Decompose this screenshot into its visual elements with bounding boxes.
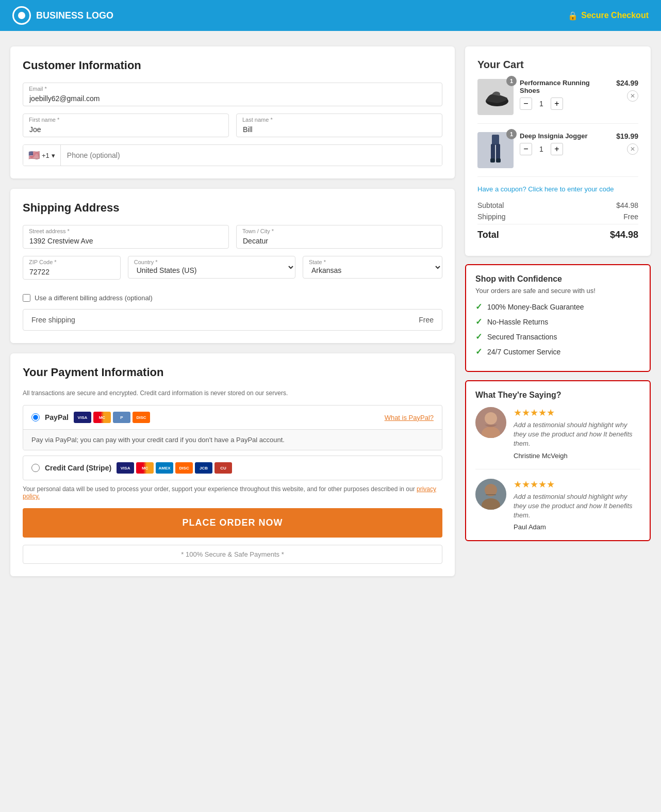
paypal-radio[interactable] (31, 413, 40, 421)
phone-prefix-text: +1 (42, 152, 49, 159)
cart-card: Your Cart 1 (465, 46, 651, 256)
check-icon-2: ✓ (475, 317, 482, 327)
svg-rect-3 (496, 144, 500, 159)
state-label: State * (309, 259, 326, 265)
cart-item-image-wrapper: 1 (477, 79, 514, 115)
qty-decrease-jogger[interactable]: − (520, 143, 532, 155)
cart-badge-1: 1 (506, 76, 517, 86)
discover-icon: DISC (133, 412, 150, 423)
street-label: Street address * (29, 228, 70, 234)
total-label: Total (477, 230, 499, 240)
privacy-text: Your personal data will be used to proce… (23, 485, 442, 500)
place-order-button[interactable]: PLACE ORDER NOW (23, 508, 442, 538)
testimonials-box: What They're Saying? ★★★★★ Add a testimo… (465, 380, 651, 541)
customer-info-title: Customer Information (23, 59, 442, 72)
total-value: $44.98 (610, 230, 638, 240)
paypal-header: PayPal VISA MC P DISC What is PayPal? (23, 405, 442, 429)
confidence-text-1: 100% Money-Back Guarantee (487, 303, 584, 311)
payment-title: Your Payment Information (23, 366, 442, 379)
qty-controls-jogger: − 1 + (520, 143, 610, 155)
visa-icon: VISA (74, 412, 91, 423)
paypal-brand-icon: P (113, 412, 130, 423)
confidence-title: Shop with Confidence (475, 274, 640, 284)
testimonial-1: ★★★★★ Add a testimonial should highlight… (475, 407, 640, 469)
svg-rect-4 (490, 158, 495, 163)
phone-prefix[interactable]: 🇺🇸 +1 ▾ (23, 145, 61, 166)
check-icon-1: ✓ (475, 302, 482, 312)
stars-2: ★★★★★ (514, 479, 640, 490)
country-field[interactable]: Country * United States (US) (128, 256, 295, 280)
qty-decrease-shoes[interactable]: − (520, 98, 532, 110)
cart-item-name-shoes: Performance Running Shoes (520, 79, 610, 94)
svg-rect-12 (486, 494, 496, 495)
shipping-method-label: Free shipping (31, 316, 75, 324)
cart-item-details-shoes: Performance Running Shoes − 1 + (520, 79, 610, 110)
left-column: Customer Information Email * First name … (10, 46, 455, 576)
billing-checkbox[interactable] (23, 294, 30, 302)
cc-cu-icon: CU (214, 462, 232, 474)
shipping-option: Free shipping Free (23, 309, 442, 331)
testimonial-content-1: ★★★★★ Add a testimonial should highlight… (514, 407, 640, 460)
credit-card-option[interactable]: Credit Card (Stripe) VISA MC AMEX DISC J… (23, 456, 442, 480)
testimonial-text-1: Add a testimonial should highlight why t… (514, 420, 640, 449)
check-icon-4: ✓ (475, 347, 482, 356)
phone-input[interactable] (61, 145, 442, 166)
shipping-address-card: Shipping Address Street address * Town /… (10, 189, 455, 343)
first-name-field[interactable]: First name * (23, 113, 229, 137)
testimonial-name-1: Christine McVeigh (514, 452, 640, 460)
remove-item-shoes-button[interactable]: ✕ (627, 90, 638, 102)
paypal-option[interactable]: PayPal VISA MC P DISC What is PayPal? Pa… (23, 405, 442, 450)
testimonial-avatar-2 (475, 479, 506, 510)
billing-checkbox-row[interactable]: Use a different billing address (optiona… (23, 294, 442, 302)
street-field[interactable]: Street address * (23, 225, 229, 249)
cart-item-right-jogger: $19.99 ✕ (616, 132, 638, 155)
shipping-value: Free (623, 213, 638, 221)
testimonial-2: ★★★★★ Add a testimonial should highlight… (475, 479, 640, 531)
testimonial-text-2: Add a testimonial should highlight why t… (514, 492, 640, 521)
remove-item-jogger-button[interactable]: ✕ (627, 143, 638, 155)
privacy-policy-link[interactable]: privacy policy. (23, 485, 436, 500)
email-field[interactable]: Email * (23, 83, 442, 106)
qty-increase-jogger[interactable]: + (551, 143, 563, 155)
customer-info-card: Customer Information Email * First name … (10, 46, 455, 178)
shipping-row: Shipping Free (477, 213, 638, 221)
cart-badge-2: 1 (506, 129, 517, 139)
logo: BUSINESS LOGO (12, 6, 113, 25)
city-label: Town / City * (242, 228, 274, 234)
phone-field[interactable]: 🇺🇸 +1 ▾ (23, 144, 442, 166)
confidence-item-4: ✓ 24/7 Customer Service (475, 347, 640, 356)
credit-card-radio[interactable] (31, 464, 40, 472)
total-row: Total $44.98 (477, 224, 638, 240)
logo-circle-icon (12, 6, 31, 25)
credit-card-label: Credit Card (Stripe) (45, 464, 111, 472)
what-is-paypal-link[interactable]: What is PayPal? (385, 414, 434, 421)
confidence-box: Shop with Confidence Your orders are saf… (465, 264, 651, 372)
zip-field[interactable]: ZIP Code * (23, 256, 121, 280)
qty-increase-shoes[interactable]: + (551, 98, 563, 110)
cart-item-right-shoes: $24.99 ✕ (616, 79, 638, 102)
lock-icon: 🔒 (568, 11, 578, 21)
coupon-link[interactable]: Have a coupon? Click here to enter your … (477, 185, 638, 193)
cart-item-price-shoes: $24.99 (616, 79, 638, 87)
city-field[interactable]: Town / City * (236, 225, 442, 249)
email-input[interactable] (23, 83, 442, 106)
cart-title: Your Cart (477, 59, 638, 71)
right-column: Your Cart 1 (465, 46, 651, 541)
country-label: Country * (134, 259, 158, 265)
subtotal-label: Subtotal (477, 201, 504, 209)
header: BUSINESS LOGO 🔒 Secure Checkout (0, 0, 661, 31)
state-field[interactable]: State * Arkansas (303, 256, 442, 280)
svg-point-7 (485, 412, 497, 425)
cc-jcb-icon: JCB (195, 462, 212, 474)
testimonial-name-2: Paul Adam (514, 523, 640, 531)
mastercard-icon: MC (93, 412, 111, 423)
payment-subtitle: All transactions are secure and encrypte… (23, 389, 442, 397)
last-name-field[interactable]: Last name * (236, 113, 442, 137)
qty-value-jogger: 1 (536, 145, 547, 153)
confidence-item-2: ✓ No-Hassle Returns (475, 317, 640, 327)
qty-value-shoes: 1 (536, 100, 547, 108)
cc-disc-icon: DISC (175, 462, 193, 474)
billing-checkbox-label: Use a different billing address (optiona… (35, 294, 153, 302)
confidence-subtitle: Your orders are safe and secure with us! (475, 287, 640, 295)
check-icon-3: ✓ (475, 332, 482, 342)
